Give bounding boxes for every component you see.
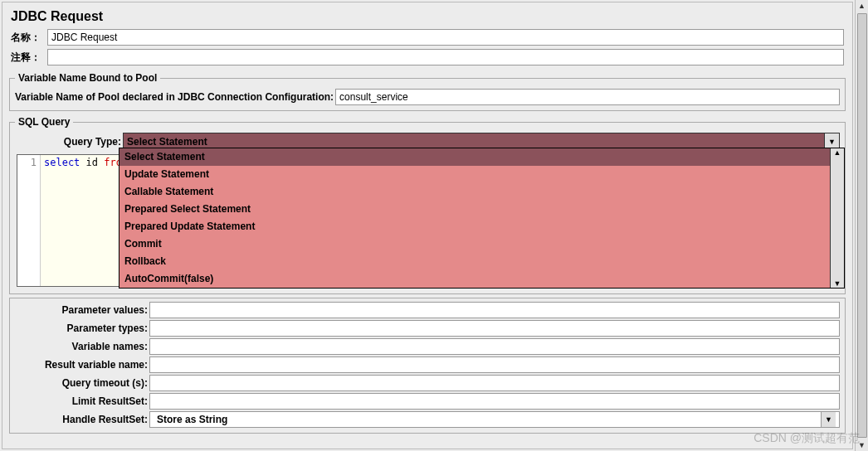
parameter-types-input[interactable] xyxy=(149,320,840,337)
query-timeout-input[interactable] xyxy=(149,375,840,391)
comment-label: 注释： xyxy=(11,51,47,65)
handle-resultset-label: Handle ResultSet: xyxy=(15,414,148,425)
vertical-scrollbar[interactable]: ▲ ▼ xyxy=(855,0,868,451)
query-timeout-label: Query timeout (s): xyxy=(15,377,148,389)
dropdown-item[interactable]: Rollback xyxy=(119,253,830,270)
limit-resultset-input[interactable] xyxy=(149,393,840,410)
chevron-down-icon[interactable]: ▼ xyxy=(858,439,866,451)
query-type-dropdown[interactable]: Select Statement Update Statement Callab… xyxy=(119,148,845,289)
chevron-up-icon[interactable]: ▲ xyxy=(858,0,866,12)
query-type-value: Select Statement xyxy=(124,136,824,148)
chevron-down-icon[interactable]: ▼ xyxy=(821,412,836,427)
page-title: JDBC Request xyxy=(2,2,852,27)
result-variable-name-label: Result variable name: xyxy=(15,359,148,371)
dropdown-item[interactable]: AutoCommit(false) xyxy=(119,270,830,288)
comment-input[interactable] xyxy=(47,49,844,65)
chevron-up-icon[interactable]: ▲ xyxy=(834,148,841,157)
result-variable-name-input[interactable] xyxy=(149,356,840,373)
pool-variable-label: Variable Name of Pool declared in JDBC C… xyxy=(15,91,334,103)
parameter-values-label: Parameter values: xyxy=(15,304,148,316)
name-label: 名称： xyxy=(11,31,47,45)
line-number-gutter: 1 xyxy=(17,155,41,286)
chevron-down-icon[interactable]: ▼ xyxy=(834,279,841,288)
handle-resultset-value: Store as String xyxy=(154,414,821,425)
handle-resultset-combo[interactable]: Store as String ▼ xyxy=(149,411,840,428)
variable-pool-legend: Variable Name Bound to Pool xyxy=(15,72,160,84)
dropdown-item[interactable]: Select Statement xyxy=(119,148,830,166)
sql-token: id xyxy=(80,157,104,168)
sql-token: select xyxy=(44,157,80,168)
variable-names-input[interactable] xyxy=(149,338,840,355)
limit-resultset-label: Limit ResultSet: xyxy=(15,395,148,407)
pool-variable-input[interactable] xyxy=(335,89,840,105)
dropdown-item[interactable]: Prepared Update Statement xyxy=(119,218,830,235)
query-type-label: Query Type: xyxy=(15,136,121,148)
scroll-thumb[interactable] xyxy=(857,13,867,438)
parameters-panel: Parameter values: Parameter types: Varia… xyxy=(9,298,846,434)
variable-pool-fieldset: Variable Name Bound to Pool Variable Nam… xyxy=(9,72,846,111)
dropdown-item[interactable]: Commit xyxy=(119,235,830,253)
parameter-values-input[interactable] xyxy=(149,302,840,318)
jdbc-request-panel: JDBC Request 名称： 注释： Variable Name Bound… xyxy=(2,2,853,449)
variable-names-label: Variable names: xyxy=(15,341,148,352)
parameter-types-label: Parameter types: xyxy=(15,322,148,334)
name-input[interactable] xyxy=(47,29,844,46)
sql-query-legend: SQL Query xyxy=(15,116,73,128)
line-number: 1 xyxy=(17,157,37,168)
dropdown-scrollbar[interactable]: ▲ ▼ xyxy=(831,148,844,288)
dropdown-item[interactable]: Callable Statement xyxy=(119,183,830,201)
dropdown-item[interactable]: Prepared Select Statement xyxy=(119,201,830,218)
sql-query-fieldset: SQL Query Query Type: Select Statement ▼… xyxy=(9,116,846,294)
dropdown-item[interactable]: Update Statement xyxy=(119,166,830,183)
